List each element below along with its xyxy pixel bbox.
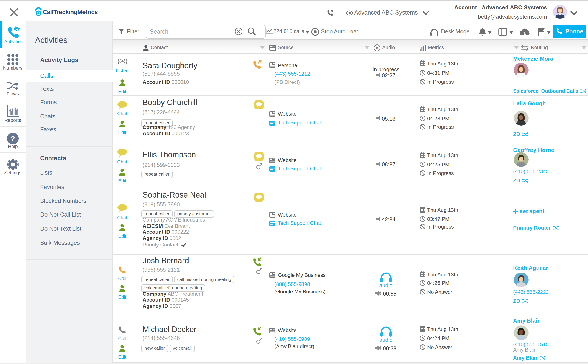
svg-text:?: ?: [11, 134, 15, 143]
